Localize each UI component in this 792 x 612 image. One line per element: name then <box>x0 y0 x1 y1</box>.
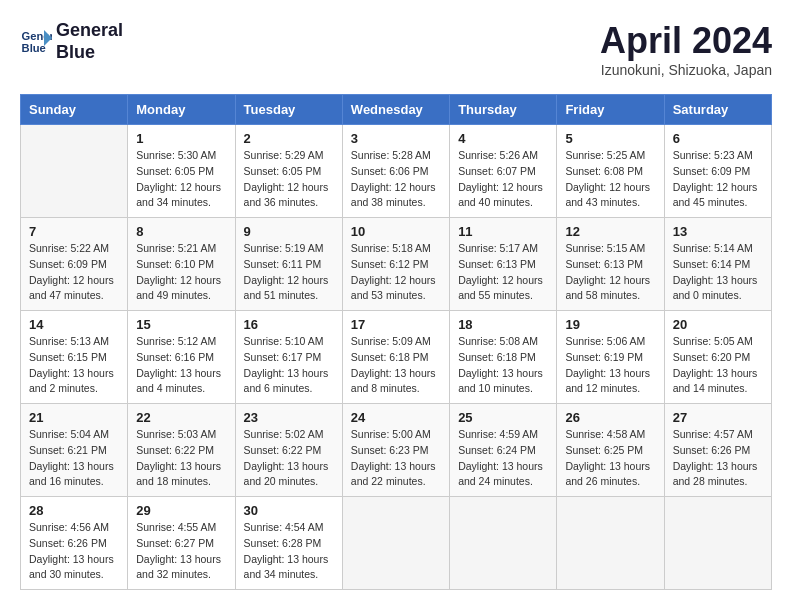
calendar-cell: 14Sunrise: 5:13 AM Sunset: 6:15 PM Dayli… <box>21 311 128 404</box>
calendar-cell: 9Sunrise: 5:19 AM Sunset: 6:11 PM Daylig… <box>235 218 342 311</box>
day-number: 5 <box>565 131 655 146</box>
day-number: 12 <box>565 224 655 239</box>
weekday-header: Sunday <box>21 95 128 125</box>
day-info: Sunrise: 5:21 AM Sunset: 6:10 PM Dayligh… <box>136 241 226 304</box>
title-block: April 2024 Izunokuni, Shizuoka, Japan <box>600 20 772 78</box>
day-info: Sunrise: 5:17 AM Sunset: 6:13 PM Dayligh… <box>458 241 548 304</box>
day-number: 20 <box>673 317 763 332</box>
calendar-cell: 1Sunrise: 5:30 AM Sunset: 6:05 PM Daylig… <box>128 125 235 218</box>
day-info: Sunrise: 5:18 AM Sunset: 6:12 PM Dayligh… <box>351 241 441 304</box>
day-info: Sunrise: 5:03 AM Sunset: 6:22 PM Dayligh… <box>136 427 226 490</box>
day-number: 16 <box>244 317 334 332</box>
day-info: Sunrise: 5:02 AM Sunset: 6:22 PM Dayligh… <box>244 427 334 490</box>
day-info: Sunrise: 5:14 AM Sunset: 6:14 PM Dayligh… <box>673 241 763 304</box>
weekday-header-row: SundayMondayTuesdayWednesdayThursdayFrid… <box>21 95 772 125</box>
day-info: Sunrise: 5:12 AM Sunset: 6:16 PM Dayligh… <box>136 334 226 397</box>
weekday-header: Thursday <box>450 95 557 125</box>
day-number: 6 <box>673 131 763 146</box>
day-info: Sunrise: 5:30 AM Sunset: 6:05 PM Dayligh… <box>136 148 226 211</box>
calendar-cell: 20Sunrise: 5:05 AM Sunset: 6:20 PM Dayli… <box>664 311 771 404</box>
weekday-header: Friday <box>557 95 664 125</box>
calendar-cell <box>557 497 664 590</box>
day-number: 9 <box>244 224 334 239</box>
calendar-cell: 3Sunrise: 5:28 AM Sunset: 6:06 PM Daylig… <box>342 125 449 218</box>
calendar-cell: 25Sunrise: 4:59 AM Sunset: 6:24 PM Dayli… <box>450 404 557 497</box>
calendar-cell: 28Sunrise: 4:56 AM Sunset: 6:26 PM Dayli… <box>21 497 128 590</box>
calendar-week-row: 28Sunrise: 4:56 AM Sunset: 6:26 PM Dayli… <box>21 497 772 590</box>
day-info: Sunrise: 5:09 AM Sunset: 6:18 PM Dayligh… <box>351 334 441 397</box>
day-info: Sunrise: 5:23 AM Sunset: 6:09 PM Dayligh… <box>673 148 763 211</box>
calendar-cell: 29Sunrise: 4:55 AM Sunset: 6:27 PM Dayli… <box>128 497 235 590</box>
day-number: 10 <box>351 224 441 239</box>
calendar-cell: 23Sunrise: 5:02 AM Sunset: 6:22 PM Dayli… <box>235 404 342 497</box>
day-info: Sunrise: 5:13 AM Sunset: 6:15 PM Dayligh… <box>29 334 119 397</box>
day-number: 13 <box>673 224 763 239</box>
day-number: 25 <box>458 410 548 425</box>
calendar-week-row: 1Sunrise: 5:30 AM Sunset: 6:05 PM Daylig… <box>21 125 772 218</box>
calendar-cell <box>342 497 449 590</box>
day-info: Sunrise: 5:22 AM Sunset: 6:09 PM Dayligh… <box>29 241 119 304</box>
calendar-cell: 16Sunrise: 5:10 AM Sunset: 6:17 PM Dayli… <box>235 311 342 404</box>
day-info: Sunrise: 4:57 AM Sunset: 6:26 PM Dayligh… <box>673 427 763 490</box>
calendar-cell: 10Sunrise: 5:18 AM Sunset: 6:12 PM Dayli… <box>342 218 449 311</box>
calendar-week-row: 14Sunrise: 5:13 AM Sunset: 6:15 PM Dayli… <box>21 311 772 404</box>
day-number: 17 <box>351 317 441 332</box>
location: Izunokuni, Shizuoka, Japan <box>600 62 772 78</box>
day-info: Sunrise: 5:10 AM Sunset: 6:17 PM Dayligh… <box>244 334 334 397</box>
svg-text:Blue: Blue <box>22 41 46 53</box>
weekday-header: Saturday <box>664 95 771 125</box>
day-number: 26 <box>565 410 655 425</box>
calendar-cell: 30Sunrise: 4:54 AM Sunset: 6:28 PM Dayli… <box>235 497 342 590</box>
day-number: 4 <box>458 131 548 146</box>
day-number: 21 <box>29 410 119 425</box>
day-number: 30 <box>244 503 334 518</box>
day-info: Sunrise: 4:59 AM Sunset: 6:24 PM Dayligh… <box>458 427 548 490</box>
day-number: 18 <box>458 317 548 332</box>
day-number: 28 <box>29 503 119 518</box>
calendar-cell: 8Sunrise: 5:21 AM Sunset: 6:10 PM Daylig… <box>128 218 235 311</box>
calendar-cell: 24Sunrise: 5:00 AM Sunset: 6:23 PM Dayli… <box>342 404 449 497</box>
day-info: Sunrise: 4:54 AM Sunset: 6:28 PM Dayligh… <box>244 520 334 583</box>
calendar-cell: 13Sunrise: 5:14 AM Sunset: 6:14 PM Dayli… <box>664 218 771 311</box>
calendar-cell: 18Sunrise: 5:08 AM Sunset: 6:18 PM Dayli… <box>450 311 557 404</box>
day-number: 24 <box>351 410 441 425</box>
calendar-cell <box>450 497 557 590</box>
day-info: Sunrise: 5:29 AM Sunset: 6:05 PM Dayligh… <box>244 148 334 211</box>
calendar-cell: 7Sunrise: 5:22 AM Sunset: 6:09 PM Daylig… <box>21 218 128 311</box>
month-title: April 2024 <box>600 20 772 62</box>
calendar-cell: 6Sunrise: 5:23 AM Sunset: 6:09 PM Daylig… <box>664 125 771 218</box>
calendar-cell: 5Sunrise: 5:25 AM Sunset: 6:08 PM Daylig… <box>557 125 664 218</box>
day-info: Sunrise: 5:04 AM Sunset: 6:21 PM Dayligh… <box>29 427 119 490</box>
calendar-table: SundayMondayTuesdayWednesdayThursdayFrid… <box>20 94 772 590</box>
calendar-cell: 15Sunrise: 5:12 AM Sunset: 6:16 PM Dayli… <box>128 311 235 404</box>
calendar-cell: 19Sunrise: 5:06 AM Sunset: 6:19 PM Dayli… <box>557 311 664 404</box>
calendar-cell: 2Sunrise: 5:29 AM Sunset: 6:05 PM Daylig… <box>235 125 342 218</box>
day-info: Sunrise: 5:28 AM Sunset: 6:06 PM Dayligh… <box>351 148 441 211</box>
day-number: 2 <box>244 131 334 146</box>
calendar-cell <box>21 125 128 218</box>
day-number: 22 <box>136 410 226 425</box>
weekday-header: Wednesday <box>342 95 449 125</box>
day-info: Sunrise: 4:56 AM Sunset: 6:26 PM Dayligh… <box>29 520 119 583</box>
day-info: Sunrise: 5:25 AM Sunset: 6:08 PM Dayligh… <box>565 148 655 211</box>
calendar-week-row: 7Sunrise: 5:22 AM Sunset: 6:09 PM Daylig… <box>21 218 772 311</box>
calendar-cell: 12Sunrise: 5:15 AM Sunset: 6:13 PM Dayli… <box>557 218 664 311</box>
day-number: 23 <box>244 410 334 425</box>
calendar-cell: 17Sunrise: 5:09 AM Sunset: 6:18 PM Dayli… <box>342 311 449 404</box>
day-info: Sunrise: 5:05 AM Sunset: 6:20 PM Dayligh… <box>673 334 763 397</box>
day-info: Sunrise: 5:26 AM Sunset: 6:07 PM Dayligh… <box>458 148 548 211</box>
day-info: Sunrise: 5:00 AM Sunset: 6:23 PM Dayligh… <box>351 427 441 490</box>
weekday-header: Tuesday <box>235 95 342 125</box>
calendar-cell: 22Sunrise: 5:03 AM Sunset: 6:22 PM Dayli… <box>128 404 235 497</box>
day-number: 11 <box>458 224 548 239</box>
day-number: 7 <box>29 224 119 239</box>
calendar-cell: 27Sunrise: 4:57 AM Sunset: 6:26 PM Dayli… <box>664 404 771 497</box>
logo-icon: General Blue <box>20 26 52 58</box>
day-number: 3 <box>351 131 441 146</box>
day-number: 1 <box>136 131 226 146</box>
calendar-cell: 11Sunrise: 5:17 AM Sunset: 6:13 PM Dayli… <box>450 218 557 311</box>
day-info: Sunrise: 4:58 AM Sunset: 6:25 PM Dayligh… <box>565 427 655 490</box>
day-info: Sunrise: 5:06 AM Sunset: 6:19 PM Dayligh… <box>565 334 655 397</box>
day-info: Sunrise: 5:19 AM Sunset: 6:11 PM Dayligh… <box>244 241 334 304</box>
page-header: General Blue General Blue April 2024 Izu… <box>20 20 772 78</box>
